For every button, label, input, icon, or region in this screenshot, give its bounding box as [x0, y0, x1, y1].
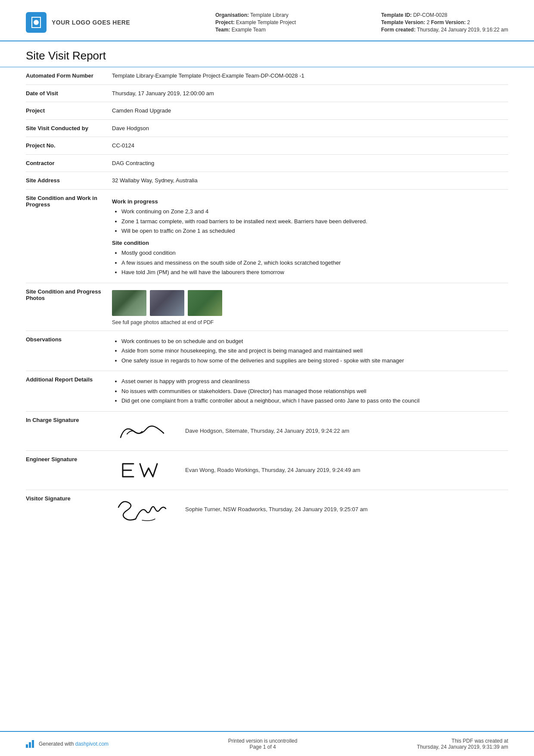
footer-pdf-date: Thursday, 24 January 2019, 9:31:39 am: [417, 744, 508, 750]
project-line: Project: Example Template Project: [215, 19, 296, 25]
list-item: Work continues to be on schedule and on …: [121, 337, 508, 346]
value-additional: Asset owner is happy with progress and c…: [112, 375, 508, 407]
photo-2: [150, 290, 184, 316]
list-item: Zone 1 tarmac complete, with road barrie…: [121, 217, 508, 226]
footer-left: Generated with dashpivot.com: [26, 740, 109, 748]
field-row-sig3: Visitor Signature Sophie Turner, NSW Roa…: [26, 490, 508, 529]
label-sig2: Engineer Signature: [26, 455, 103, 462]
sig3-image: [112, 494, 172, 525]
label-site-condition: Site Condition and Work in Progress: [26, 194, 103, 208]
logo-icon: [26, 12, 47, 33]
label-sig1: In Charge Signature: [26, 416, 103, 423]
field-row-project-no: Project No. CC-0124: [26, 137, 508, 155]
list-item: Have told Jim (PM) and he will have the …: [121, 268, 508, 277]
label-photos: Site Condition and Progress Photos: [26, 287, 103, 301]
logo-area: YOUR LOGO GOES HERE: [26, 12, 130, 33]
label-address: Site Address: [26, 176, 103, 184]
value-sig1: Dave Hodgson, Sitemate, Thursday, 24 Jan…: [112, 416, 508, 446]
field-row-date: Date of Visit Thursday, 17 January 2019,…: [26, 85, 508, 103]
photo-3: [188, 290, 222, 316]
template-version-line: Template Version: 2 Form Version: 2: [381, 19, 508, 25]
list-item: Will be open to traffic on Zone 1 as sch…: [121, 227, 508, 235]
label-additional: Additional Report Details: [26, 375, 103, 383]
value-project: Camden Road Upgrade: [112, 106, 508, 115]
list-item: Asset owner is happy with progress and c…: [121, 377, 508, 386]
page: YOUR LOGO GOES HERE Organisation: Templa…: [0, 0, 534, 756]
site-condition-heading: Site condition: [112, 239, 508, 247]
sig2-area: Evan Wong, Roado Workings, Thursday, 24 …: [112, 455, 508, 485]
list-item: A few issues and messiness on the south …: [121, 259, 508, 267]
value-contractor: DAG Contracting: [112, 159, 508, 168]
org-line: Organisation: Template Library: [215, 12, 296, 18]
field-row-contractor: Contractor DAG Contracting: [26, 155, 508, 172]
list-item: Aside from some minor housekeeping, the …: [121, 347, 508, 355]
footer-uncontrolled: Printed version is uncontrolled: [228, 738, 298, 744]
sig2-image: [112, 455, 172, 485]
label-date: Date of Visit: [26, 89, 103, 97]
value-form-number: Template Library-Example Template Projec…: [112, 72, 508, 80]
template-id-line: Template ID: DP-COM-0028: [381, 12, 508, 18]
bar-chart-icon: [26, 740, 35, 748]
main-content: Automated Form Number Template Library-E…: [0, 67, 534, 630]
footer-center: Printed version is uncontrolled Page 1 o…: [228, 738, 298, 750]
sig1-text: Dave Hodgson, Sitemate, Thursday, 24 Jan…: [185, 427, 349, 435]
sig1-area: Dave Hodgson, Sitemate, Thursday, 24 Jan…: [112, 416, 508, 446]
sig1-svg: [112, 416, 172, 446]
field-row-sig2: Engineer Signature Evan Wong, Roado Work…: [26, 451, 508, 490]
sig2-svg: [112, 455, 172, 485]
footer-right: This PDF was created at Thursday, 24 Jan…: [417, 738, 508, 750]
form-created-line: Form created: Thursday, 24 January 2019,…: [381, 27, 508, 33]
field-row-photos: Site Condition and Progress Photos See f…: [26, 283, 508, 331]
value-sig3: Sophie Turner, NSW Roadworks, Thursday, …: [112, 494, 508, 525]
report-title-area: Site Visit Report: [0, 41, 534, 67]
logo-svg: [29, 16, 43, 29]
sig3-svg: [112, 492, 172, 527]
value-conducted-by: Dave Hodgson: [112, 124, 508, 133]
sig3-text: Sophie Turner, NSW Roadworks, Thursday, …: [185, 505, 368, 514]
field-row-project: Project Camden Road Upgrade: [26, 102, 508, 120]
field-row-site-condition: Site Condition and Work in Progress Work…: [26, 190, 508, 283]
list-item: Did get one complaint from a traffic con…: [121, 397, 508, 405]
label-sig3: Visitor Signature: [26, 494, 103, 502]
header: YOUR LOGO GOES HERE Organisation: Templa…: [0, 0, 534, 41]
label-project-no: Project No.: [26, 141, 103, 149]
footer-generated-text: Generated with dashpivot.com: [39, 741, 109, 747]
list-item: Work continuing on Zone 2,3 and 4: [121, 207, 508, 216]
field-row-sig1: In Charge Signature Dave Hodgson, Sitema…: [26, 412, 508, 451]
list-item: One safety issue in regards to how some …: [121, 356, 508, 365]
photo-1: [112, 290, 146, 316]
label-form-number: Automated Form Number: [26, 72, 103, 79]
value-site-condition: Work in progress Work continuing on Zone…: [112, 194, 508, 278]
logo-text: YOUR LOGO GOES HERE: [52, 19, 130, 26]
field-row-form-number: Automated Form Number Template Library-E…: [26, 67, 508, 85]
label-conducted-by: Site Visit Conducted by: [26, 124, 103, 131]
team-line: Team: Example Team: [215, 27, 296, 33]
label-project: Project: [26, 106, 103, 114]
spacer: [0, 630, 534, 731]
photos-row: [112, 290, 508, 316]
sig3-area: Sophie Turner, NSW Roadworks, Thursday, …: [112, 494, 508, 525]
sig1-image: [112, 416, 172, 446]
footer-pdf-prefix: This PDF was created at: [417, 738, 508, 744]
photos-caption: See full page photos attached at end of …: [112, 319, 508, 326]
field-row-conducted-by: Site Visit Conducted by Dave Hodgson: [26, 120, 508, 137]
field-row-additional: Additional Report Details Asset owner is…: [26, 371, 508, 412]
field-row-address: Site Address 32 Wallaby Way, Sydney, Aus…: [26, 172, 508, 190]
sig2-text: Evan Wong, Roado Workings, Thursday, 24 …: [185, 466, 360, 475]
field-row-observations: Observations Work continues to be on sch…: [26, 331, 508, 372]
observations-list: Work continues to be on schedule and on …: [112, 337, 508, 365]
value-date: Thursday, 17 January 2019, 12:00:00 am: [112, 89, 508, 98]
label-observations: Observations: [26, 335, 103, 343]
footer: Generated with dashpivot.com Printed ver…: [0, 731, 534, 756]
work-in-progress-list: Work continuing on Zone 2,3 and 4 Zone 1…: [112, 207, 508, 235]
footer-link[interactable]: dashpivot.com: [75, 741, 109, 747]
report-title: Site Visit Report: [26, 49, 508, 62]
work-in-progress-heading: Work in progress: [112, 197, 508, 206]
value-observations: Work continues to be on schedule and on …: [112, 335, 508, 367]
footer-page: Page 1 of 4: [228, 744, 298, 750]
meta-org-col: Organisation: Template Library Project: …: [215, 12, 296, 33]
value-address: 32 Wallaby Way, Sydney, Australia: [112, 176, 508, 185]
value-sig2: Evan Wong, Roado Workings, Thursday, 24 …: [112, 455, 508, 485]
label-contractor: Contractor: [26, 159, 103, 166]
value-photos: See full page photos attached at end of …: [112, 287, 508, 326]
